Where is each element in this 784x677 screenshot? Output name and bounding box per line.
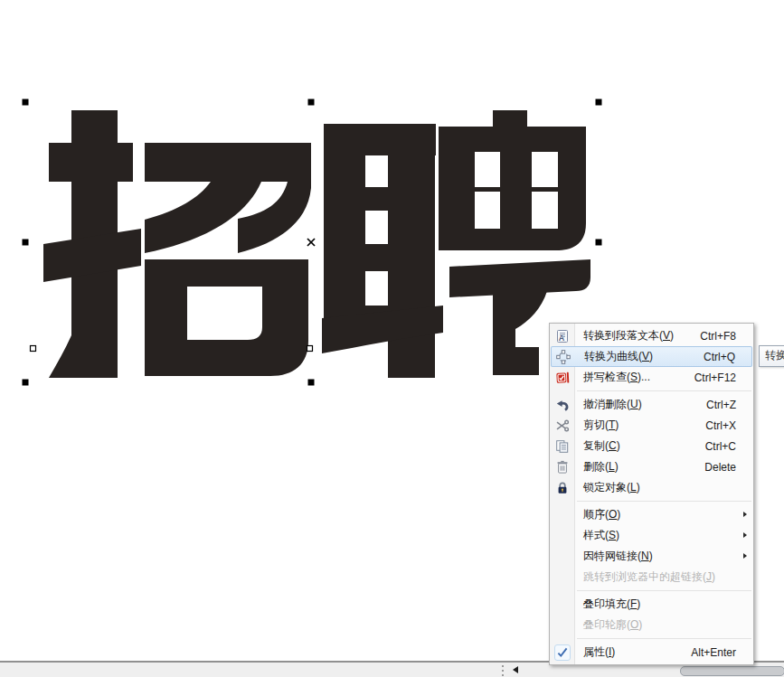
menu-item-label: 剪切(T): [574, 418, 705, 433]
menu-item-label: 转换到段落文本(V): [574, 328, 700, 343]
menu-item-copy[interactable]: 复制(C)Ctrl+C: [550, 436, 753, 456]
glyph-pin-stroke[interactable]: [324, 124, 436, 155]
selection-center-marker[interactable]: [307, 239, 315, 246]
submenu-arrow-icon: [743, 532, 747, 538]
menu-item-label: 跳转到浏览器中的超链接(J): [574, 569, 753, 585]
selection-handle-top-left[interactable]: [23, 99, 29, 106]
glyph-zhao-stroke[interactable]: [145, 259, 308, 376]
submenu-arrow-icon: [743, 512, 747, 517]
cut-icon: [550, 418, 574, 433]
glyph-zhao[interactable]: [43, 110, 311, 378]
menu-item-label: 复制(C): [574, 438, 705, 454]
glyph-pin-stroke[interactable]: [493, 110, 527, 129]
menu-item-shortcut: Ctrl+Z: [706, 399, 753, 411]
menu-item-styles[interactable]: 样式(S): [550, 525, 753, 546]
convert-to-curves-icon: [551, 350, 575, 364]
menu-item-jump-to-browser-hyperlink: 跳转到浏览器中的超链接(J): [550, 567, 753, 588]
glyph-pin-stroke[interactable]: [493, 291, 547, 375]
menu-separator: [577, 590, 751, 591]
menu-item-convert-to-paragraph-text[interactable]: A转换到段落文本(V)Ctrl+F8: [550, 325, 753, 346]
menu-item-lock-object[interactable]: 锁定对象(L): [550, 477, 753, 498]
menu-item-properties[interactable]: 属性(I)Alt+Enter: [550, 642, 753, 663]
menu-item-shortcut: Ctrl+F8: [700, 330, 753, 343]
scroll-left-button[interactable]: [513, 666, 518, 673]
selection-handle-top-right[interactable]: [596, 99, 602, 106]
menu-item-overprint-fill[interactable]: 叠印填充(F): [550, 594, 753, 615]
tooltip: 转换为曲线: [759, 345, 784, 367]
coreldraw-canvas-viewport: { "canvas": { "text": "招聘" }, "tooltip":…: [0, 0, 784, 677]
selection-handle-middle-left[interactable]: [23, 240, 29, 246]
selection-handle-top-center[interactable]: [308, 99, 315, 106]
menu-item-internet-links[interactable]: 因特网链接(N): [550, 546, 753, 567]
delete-icon: [550, 460, 574, 475]
menu-item-shortcut: Ctrl+C: [705, 440, 753, 453]
glyph-zhao-stroke[interactable]: [49, 143, 133, 182]
selection-handle-bottom-center[interactable]: [308, 380, 315, 386]
checkmark-icon: [550, 644, 574, 661]
menu-item-shortcut: Alt+Enter: [691, 646, 753, 659]
selection-handle-bottom-left[interactable]: [23, 380, 29, 386]
menu-item-label: 叠印填充(F): [574, 597, 753, 612]
line-spacing-handle[interactable]: [31, 346, 36, 352]
menu-item-label: 转换为曲线(V): [575, 349, 704, 364]
spell-check-icon: [550, 371, 574, 385]
menu-item-label: 叠印轮廓(O): [574, 617, 753, 633]
menu-item-label: 顺序(O): [574, 507, 753, 522]
lock-icon: [550, 481, 574, 495]
glyph-pin-stroke[interactable]: [324, 155, 365, 320]
menu-item-delete[interactable]: 删除(L)Delete: [550, 456, 753, 477]
horizontal-scrollbar-thumb[interactable]: [680, 666, 784, 676]
menu-item-label: 删除(L): [574, 459, 704, 475]
menu-item-shortcut: Ctrl+F12: [694, 371, 753, 384]
submenu-arrow-icon: [743, 553, 747, 559]
menu-item-label: 锁定对象(L): [574, 480, 753, 495]
menu-item-label: 属性(I): [574, 644, 691, 660]
undo-icon: [550, 398, 574, 412]
selection-handle-middle-right[interactable]: [596, 240, 602, 246]
menu-item-shortcut: Ctrl+X: [705, 419, 753, 432]
copy-icon: [550, 439, 574, 454]
glyph-pin-stroke[interactable]: [388, 155, 435, 378]
menu-separator: [577, 390, 751, 391]
menu-item-undo-delete[interactable]: 撤消删除(U)Ctrl+Z: [550, 394, 753, 415]
menu-item-label: 撤消删除(U): [574, 397, 706, 412]
menu-item-order[interactable]: 顺序(O): [550, 504, 753, 525]
menu-item-label: 因特网链接(N): [574, 549, 753, 564]
splitter-grip[interactable]: [500, 665, 505, 676]
char-spacing-handle[interactable]: [307, 346, 313, 352]
menu-item-shortcut: Delete: [704, 461, 753, 474]
menu-item-convert-to-curves[interactable]: 转换为曲线(V)Ctrl+Q: [551, 346, 752, 367]
context-menu-items: A转换到段落文本(V)Ctrl+F8转换为曲线(V)Ctrl+Q拼写检查(S).…: [550, 325, 753, 663]
context-menu: A转换到段落文本(V)Ctrl+F8转换为曲线(V)Ctrl+Q拼写检查(S).…: [549, 323, 754, 665]
menu-item-label: 拼写检查(S)...: [574, 370, 694, 385]
menu-item-shortcut: Ctrl+Q: [704, 351, 752, 363]
artistic-text-object[interactable]: [43, 110, 590, 378]
menu-item-cut[interactable]: 剪切(T)Ctrl+X: [550, 415, 753, 436]
menu-separator: [577, 638, 751, 639]
glyph-pin-stroke[interactable]: [365, 244, 388, 271]
svg-text:A: A: [558, 334, 564, 343]
glyph-pin-stroke[interactable]: [365, 187, 388, 211]
glyph-pin-stroke[interactable]: [439, 127, 586, 250]
menu-item-spell-check[interactable]: 拼写检查(S)...Ctrl+F12: [550, 367, 753, 388]
paragraph-text-icon: A: [550, 329, 574, 343]
menu-item-label: 样式(S): [574, 528, 753, 543]
menu-item-overprint-outline: 叠印轮廓(O): [550, 615, 753, 635]
menu-separator: [577, 501, 751, 502]
